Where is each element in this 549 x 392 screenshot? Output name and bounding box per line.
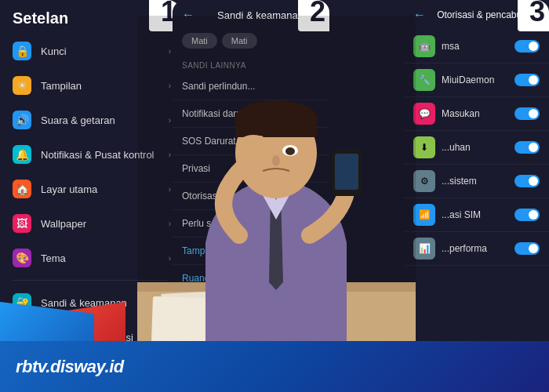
toggle-switch[interactable] — [514, 40, 540, 53]
theme-icon: 🎨 — [13, 249, 31, 267]
app-icon-system: ⚙ — [413, 170, 435, 192]
app-icon-msa: 🤖 — [413, 35, 435, 57]
wallpaper-icon: 🖼 — [13, 214, 31, 233]
svg-rect-12 — [235, 118, 317, 137]
brand-text: rbtv.disway.id — [16, 357, 124, 377]
app-name: ...asi SIM — [442, 209, 514, 220]
app-item[interactable]: 🔧 MiuiDaemon — [404, 64, 549, 97]
toggle-switch[interactable] — [514, 141, 540, 154]
notification-icon: 🔔 — [13, 145, 31, 164]
lock-icon: 🔒 — [13, 42, 31, 60]
display-icon: ☀ — [13, 76, 31, 95]
svg-rect-20 — [264, 138, 270, 151]
toggle-switch[interactable] — [514, 209, 540, 221]
app-item[interactable]: ⬇ ...uhan — [404, 131, 549, 165]
panel3-number: 3 — [518, 0, 549, 31]
app-item[interactable]: 📊 ...performa — [404, 232, 549, 266]
home-icon: 🏠 — [13, 180, 31, 198]
svg-rect-18 — [250, 136, 256, 151]
svg-point-14 — [285, 147, 295, 155]
svg-point-15 — [272, 155, 280, 166]
app-icon-sim: 📶 — [413, 204, 435, 226]
app-icon-download: ⬇ — [413, 136, 435, 158]
person-svg — [137, 16, 416, 376]
app-name: ...sistem — [442, 176, 514, 187]
app-name: ...uhan — [442, 142, 514, 153]
app-item[interactable]: 🤖 msa — [404, 30, 549, 64]
app-name: Masukan — [442, 108, 514, 119]
toggle-switch[interactable] — [514, 242, 540, 255]
app-name: msa — [442, 41, 514, 52]
toggle-switch[interactable] — [514, 175, 540, 187]
bottom-bar: rbtv.disway.id — [0, 341, 549, 392]
app-name: MiuiDaemon — [442, 74, 514, 85]
app-name: ...performa — [442, 243, 514, 254]
toggle-switch[interactable] — [514, 107, 540, 120]
svg-rect-23 — [336, 154, 358, 189]
app-icon-masukan: 💬 — [413, 103, 435, 125]
app-item[interactable]: 📶 ...asi SIM — [404, 198, 549, 232]
main-container: Setelan 🔒 Kunci › ☀ Tampilan › 🔊 Suara &… — [0, 0, 549, 392]
svg-rect-17 — [243, 137, 249, 151]
app-item[interactable]: ⚙ ...sistem — [404, 165, 549, 198]
panel-authorization: ← Otorisasi & pencabutan 🤖 msa 🔧 MiuiDae… — [404, 0, 549, 329]
svg-rect-19 — [257, 136, 264, 151]
sound-icon: 🔊 — [13, 111, 31, 129]
app-item[interactable]: 💬 Masukan — [404, 97, 549, 131]
app-icon-performa: 📊 — [413, 238, 435, 260]
app-icon-miuidaemon: 🔧 — [413, 69, 435, 91]
toggle-switch[interactable] — [514, 74, 540, 86]
person-illustration — [137, 16, 416, 376]
